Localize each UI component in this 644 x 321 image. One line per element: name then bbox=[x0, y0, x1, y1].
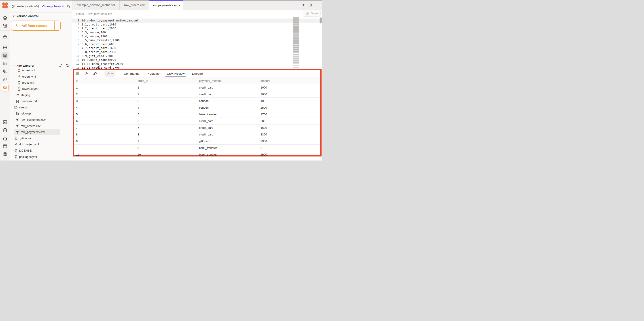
chevron-down-icon[interactable] bbox=[111, 72, 113, 76]
line-number: 6 bbox=[72, 39, 80, 42]
organization-icon[interactable] bbox=[1, 151, 8, 158]
file-tree-item-raw-orders-csv[interactable]: raw_orders.csv bbox=[10, 123, 72, 129]
file-tree-item-license[interactable]: LICENSE bbox=[10, 148, 72, 154]
change-branch-link[interactable]: Change branch bbox=[42, 5, 64, 8]
editor-scrollbar-thumb[interactable] bbox=[320, 18, 322, 24]
tab-raw-orders-csv[interactable]: raw_orders.csv bbox=[120, 0, 149, 10]
notebook-icon[interactable] bbox=[1, 22, 8, 29]
pull-from-remote-button[interactable]: Pull from remote bbox=[11, 20, 60, 30]
column-header-amount: amount bbox=[259, 79, 320, 82]
file-tree-item-raw-customers-csv[interactable]: raw_customers.csv bbox=[10, 117, 72, 123]
code-editor-icon[interactable] bbox=[1, 52, 8, 59]
panel-tab-lineage[interactable]: Lineage bbox=[192, 70, 203, 77]
table-cell: coupon bbox=[197, 106, 259, 109]
close-icon[interactable]: × bbox=[178, 4, 180, 7]
code-line: 76,6,credit_card,600 bbox=[72, 42, 319, 46]
windows-icon[interactable] bbox=[1, 76, 8, 83]
file-label: orders.sql bbox=[22, 69, 35, 72]
bottom-panel-tabs: CommandsProblemsCSV PreviewLineage bbox=[124, 70, 203, 77]
table-cell: 8 bbox=[74, 133, 136, 136]
table-cell: 8 bbox=[136, 133, 197, 136]
file-tree-item--gitkeep[interactable]: .gitkeep bbox=[10, 110, 72, 117]
home-icon[interactable] bbox=[1, 14, 8, 21]
table-row: 11credit_card1000 bbox=[74, 84, 320, 91]
save-button[interactable]: Save bbox=[303, 10, 321, 16]
table-cell: 3 bbox=[136, 99, 197, 102]
tab-raw-payments-csv[interactable]: raw_payments.csv× bbox=[149, 0, 183, 10]
new-tab-icon[interactable]: + bbox=[302, 2, 305, 8]
chevron-down-icon[interactable] bbox=[98, 72, 101, 75]
file-label: LICENSE bbox=[19, 149, 32, 152]
line-number: 9 bbox=[72, 50, 80, 54]
file-tree-item-orders-yml[interactable]: orders.yml bbox=[10, 74, 72, 80]
column-header-payment_method: payment_method bbox=[197, 79, 259, 82]
table-cell: 5 bbox=[136, 113, 197, 116]
file-icon bbox=[14, 155, 18, 158]
code-line: 21,1,credit_card,1000 bbox=[72, 22, 319, 26]
file-tree-item-raw-payments-csv[interactable]: raw_payments.csv bbox=[10, 129, 72, 135]
file-tree-item-staging[interactable]: staging bbox=[10, 92, 72, 98]
query-insights-icon[interactable] bbox=[1, 68, 8, 75]
file-label: raw_orders.csv bbox=[21, 124, 40, 128]
table-cell: 2500 bbox=[259, 106, 320, 109]
file-explorer-header[interactable]: File explorer bbox=[12, 64, 34, 67]
table-cell: 10 bbox=[74, 146, 136, 150]
clipboard-icon[interactable] bbox=[1, 127, 8, 134]
file-tree-item-profit-yml[interactable]: profit.yml bbox=[10, 80, 72, 86]
table-view-icon[interactable] bbox=[76, 72, 80, 75]
panel-tab-problems[interactable]: Problems bbox=[147, 70, 160, 77]
version-control-header[interactable]: Version control bbox=[12, 14, 38, 18]
panel-tab-commands[interactable]: Commands bbox=[124, 70, 139, 77]
file-tree-item-packages-yml[interactable]: packages.yml bbox=[10, 154, 72, 160]
code-editor[interactable]: 1id,order_id,payment_method,amount21,1,c… bbox=[72, 18, 322, 69]
file-icon bbox=[17, 87, 21, 91]
file-tree-item-seeds[interactable]: seeds bbox=[10, 104, 72, 111]
table-row: 44coupon2500 bbox=[74, 104, 320, 111]
code-line: 98,8,credit_card,2300 bbox=[72, 50, 319, 54]
new-file-icon[interactable] bbox=[59, 64, 62, 68]
split-view-icon[interactable] bbox=[308, 3, 312, 7]
table-cell: 3 bbox=[74, 99, 136, 102]
more-icon[interactable]: ⋯ bbox=[316, 3, 320, 8]
wrench-icon[interactable] bbox=[93, 72, 101, 76]
file-tree-item-dbt-project-yml[interactable]: dbt_project.yml bbox=[10, 141, 72, 148]
file-tree-item-overview-md[interactable]: overview.md bbox=[10, 98, 72, 104]
dashboard-icon[interactable] bbox=[1, 44, 8, 51]
terminal-icon[interactable] bbox=[1, 119, 8, 126]
table-cell: 2000 bbox=[259, 92, 320, 96]
toolbar-divider bbox=[118, 70, 118, 77]
dbt-assist-wand-button[interactable] bbox=[104, 71, 115, 77]
save-label: Save bbox=[310, 12, 318, 15]
tab-label: raw_orders.csv bbox=[124, 3, 145, 7]
table-cell: 10 bbox=[136, 153, 197, 156]
table-row: 55bank_transfer1700 bbox=[74, 111, 320, 118]
breadcrumb-folder[interactable]: seeds bbox=[76, 12, 84, 16]
folder-icon bbox=[16, 93, 19, 97]
panel-tab-csv-preview[interactable]: CSV Preview bbox=[167, 70, 185, 77]
table-cell: 100 bbox=[259, 99, 320, 102]
csv-table-header: idorder_idpayment_methodamount bbox=[74, 77, 320, 84]
dbt-logo[interactable] bbox=[0, 0, 10, 10]
editor-scrollbar[interactable] bbox=[319, 18, 322, 69]
table-row: 77credit_card1600 bbox=[74, 124, 320, 131]
frame-icon[interactable] bbox=[1, 60, 8, 67]
search-icon[interactable] bbox=[66, 64, 69, 68]
stack-icon[interactable] bbox=[1, 33, 8, 40]
browser-icon[interactable] bbox=[1, 143, 8, 150]
file-tree-item-revenue-yml[interactable]: revenue.yml bbox=[10, 86, 72, 92]
save-icon bbox=[306, 12, 309, 15]
file-tree-item-orders-sql[interactable]: orders.sql bbox=[10, 67, 72, 74]
code-view-icon[interactable] bbox=[84, 72, 88, 75]
minimap[interactable] bbox=[293, 18, 300, 68]
dbt-assist-icon[interactable] bbox=[1, 84, 9, 92]
copy-icon[interactable] bbox=[66, 4, 70, 8]
pull-options-chevron[interactable] bbox=[54, 21, 60, 30]
file-tree-item--gitignore[interactable]: .gitignore bbox=[10, 135, 72, 142]
support-headset-icon[interactable] bbox=[1, 135, 8, 142]
file-label: raw_payments.csv bbox=[21, 130, 45, 134]
model-cube-icon bbox=[17, 69, 21, 72]
seed-icon bbox=[16, 124, 19, 128]
breadcrumb-separator: › bbox=[86, 12, 86, 15]
tab-example-develop-metric-sql[interactable]: example_develop_metric.sql bbox=[72, 0, 120, 10]
breadcrumb-file[interactable]: raw_payments.csv bbox=[88, 12, 112, 16]
